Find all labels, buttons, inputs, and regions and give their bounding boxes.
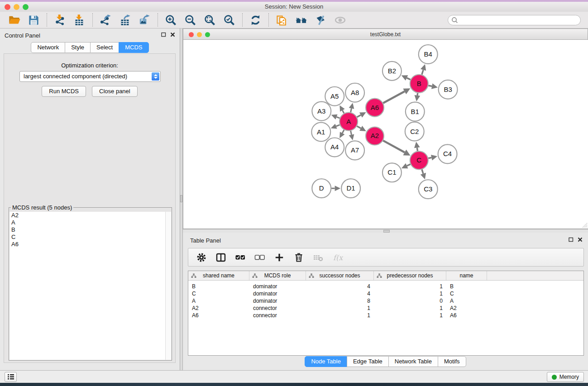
mcds-list-scrollbar[interactable] <box>165 212 171 360</box>
new-network-from-selection-button[interactable] <box>272 13 292 27</box>
node-table-row[interactable]: A6connector11A6 <box>188 312 583 319</box>
node-table-cell[interactable]: connector <box>249 305 306 312</box>
graph-edge-B-B1[interactable] <box>417 93 418 95</box>
graph-node-D1[interactable]: D1 <box>341 179 360 198</box>
graph-node-A3[interactable]: A3 <box>312 102 331 121</box>
graph-node-C[interactable]: C <box>410 151 428 169</box>
graph-node-A7[interactable]: A7 <box>345 141 364 160</box>
node-table-cell[interactable]: dominator <box>249 283 306 290</box>
graph-edge-B-B3[interactable] <box>428 86 432 86</box>
home-button[interactable] <box>292 13 311 27</box>
float-panel-icon[interactable] <box>569 237 574 242</box>
node-table-cell[interactable]: 8 <box>306 297 374 305</box>
graph-node-A6[interactable]: A6 <box>366 99 384 117</box>
divider-grip[interactable] <box>180 195 182 202</box>
graph-node-A[interactable]: A <box>339 113 358 131</box>
graph-node-A2[interactable]: A2 <box>366 127 384 145</box>
mcds-result-item[interactable]: C <box>10 234 171 241</box>
select-all-button[interactable] <box>235 252 246 263</box>
node-table-cell[interactable]: dominator <box>249 297 306 305</box>
node-table-cell[interactable]: connector <box>249 312 306 319</box>
node-table-row[interactable]: A2connector11A2 <box>188 305 583 312</box>
tab-select[interactable]: Select <box>90 42 119 53</box>
graph-edge-A-A8[interactable] <box>351 108 352 112</box>
column-header-shared-name[interactable]: shared name <box>188 271 249 280</box>
tab-mcds[interactable]: MCDS <box>119 42 148 53</box>
graph-node-C4[interactable]: C4 <box>438 144 457 163</box>
tab-style[interactable]: Style <box>65 42 91 53</box>
network-window-titlebar[interactable]: testGlobe.txt <box>183 29 588 40</box>
graph-node-A8[interactable]: A8 <box>345 83 364 102</box>
mcds-result-item[interactable]: B <box>10 226 171 234</box>
network-graph[interactable]: B4B2BB3A8A5A6A3B1AA1C2A2A4A7C4CC1C3DD1 <box>183 40 588 229</box>
node-table-cell[interactable]: 1 <box>306 312 374 319</box>
run-mcds-button[interactable]: Run MCDS <box>42 86 86 97</box>
column-header-successor-nodes[interactable]: successor nodes <box>306 271 374 280</box>
close-panel-icon[interactable] <box>170 32 175 37</box>
graph-edge-A-A1[interactable] <box>336 125 340 126</box>
node-table-cell[interactable]: A6 <box>188 312 249 319</box>
deselect-all-button[interactable] <box>254 252 265 263</box>
node-table-cell[interactable]: 0 <box>374 297 446 305</box>
graph-edge-A6-B[interactable] <box>383 91 404 103</box>
node-table-cell[interactable]: dominator <box>249 290 306 297</box>
node-table-cell[interactable]: 1 <box>374 305 446 312</box>
tab-node-table[interactable]: Node Table <box>305 356 347 367</box>
tab-network[interactable]: Network <box>31 42 65 53</box>
zoom-out-button[interactable] <box>181 13 200 27</box>
node-table-cell[interactable]: A6 <box>446 312 487 319</box>
graph-edge-C-C3[interactable] <box>422 169 423 173</box>
node-table-cell[interactable]: 1 <box>374 283 446 290</box>
criterion-dropdown[interactable]: largest connected component (directed) <box>19 71 161 82</box>
graph-edge-B-B4[interactable] <box>422 70 423 74</box>
delete-row-button[interactable] <box>293 252 304 263</box>
search-box[interactable] <box>448 15 581 25</box>
column-header-name[interactable]: name <box>446 271 487 280</box>
node-table-cell[interactable]: C <box>188 290 249 297</box>
graph-edge-A2-C[interactable] <box>383 141 405 152</box>
columns-button[interactable] <box>215 252 226 263</box>
export-image-button[interactable] <box>135 13 154 27</box>
node-table-cell[interactable]: 4 <box>306 290 374 297</box>
graph-node-B[interactable]: B <box>410 75 428 93</box>
graph-node-B1[interactable]: B1 <box>406 102 425 121</box>
float-panel-icon[interactable] <box>161 32 166 37</box>
graph-node-C1[interactable]: C1 <box>382 163 402 182</box>
graph-edge-C-C4[interactable] <box>428 157 431 158</box>
node-table-cell[interactable]: 1 <box>374 312 446 319</box>
close-panel-icon[interactable] <box>578 237 583 242</box>
task-history-button[interactable] <box>5 372 17 382</box>
graph-node-C2[interactable]: C2 <box>405 122 424 141</box>
node-table-cell[interactable]: B <box>446 283 487 290</box>
graph-node-B4[interactable]: B4 <box>419 45 438 64</box>
node-table-row[interactable]: Cdominator41C <box>188 290 583 297</box>
node-table-cell[interactable]: A <box>188 297 249 305</box>
graph-edge-A-A2[interactable] <box>357 126 361 129</box>
horizontal-split-divider[interactable] <box>183 229 588 233</box>
close-panel-button[interactable]: Close panel <box>92 86 138 97</box>
node-table-row[interactable]: Adominator80A <box>188 297 583 305</box>
graph-node-A1[interactable]: A1 <box>311 123 330 142</box>
graph-edge-A-A7[interactable] <box>351 131 352 135</box>
graph-edge-B-B2[interactable] <box>407 78 411 80</box>
tab-network-table[interactable]: Network Table <box>388 356 438 367</box>
node-table-cell[interactable]: 1 <box>306 305 374 312</box>
import-table-button[interactable] <box>70 13 89 27</box>
mcds-result-list[interactable]: A2ABCA6 <box>10 212 171 360</box>
graph-node-B3[interactable]: B3 <box>439 80 458 99</box>
zoom-in-button[interactable] <box>161 13 181 27</box>
zoom-selected-button[interactable] <box>220 13 239 27</box>
graph-edge-A-A5[interactable] <box>342 110 344 113</box>
zoom-fit-button[interactable] <box>200 13 220 27</box>
export-network-button[interactable] <box>96 13 115 27</box>
vertical-split-divider[interactable] <box>180 29 183 370</box>
import-network-button[interactable] <box>50 13 70 27</box>
save-session-button[interactable] <box>24 13 43 27</box>
graph-node-A4[interactable]: A4 <box>325 138 344 157</box>
memory-button[interactable]: Memory <box>547 372 584 382</box>
graph-edge-A-A4[interactable] <box>342 130 344 133</box>
tab-edge-table[interactable]: Edge Table <box>347 356 389 367</box>
column-header-mcds-role[interactable]: MCDS role <box>249 271 306 280</box>
graph-node-B2[interactable]: B2 <box>382 62 402 81</box>
refresh-layout-button[interactable] <box>246 13 265 27</box>
